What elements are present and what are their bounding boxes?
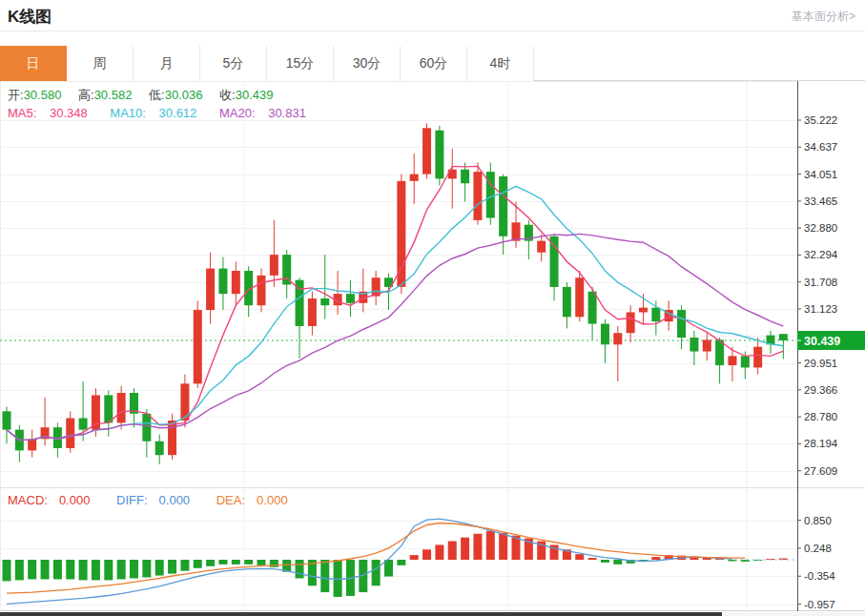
y-axis-tick-label: 33.465	[804, 195, 837, 207]
candle-body	[66, 419, 74, 448]
macd-bar	[410, 555, 419, 560]
macd-bar	[180, 560, 189, 571]
y-axis-tick-label: 31.123	[804, 303, 837, 315]
macd-bar	[218, 560, 227, 565]
tab-30min[interactable]: 30分	[334, 46, 401, 81]
macd-bar	[372, 560, 381, 585]
macd-bar	[257, 560, 266, 565]
macd-bar	[66, 560, 74, 579]
tab-month[interactable]: 月	[134, 46, 200, 81]
macd-bar	[232, 560, 240, 565]
candle-body	[728, 356, 736, 365]
macd-bar	[575, 554, 584, 560]
macd-bar	[168, 560, 176, 574]
y-axis-tick-label: 31.708	[804, 277, 837, 288]
y-axis-tick-label: -0.957	[804, 599, 835, 610]
macd-bar	[651, 557, 660, 560]
macd-bar	[588, 558, 597, 560]
candle-body	[499, 176, 507, 236]
candle-body	[601, 324, 609, 345]
candle-body	[461, 170, 469, 183]
macd-bar	[79, 560, 88, 580]
candle-body	[690, 338, 698, 351]
macd-bar	[92, 560, 100, 580]
kline-app: K线图 基本面分析> 日 周 月 5分 15分 30分 60分 4时 35.22…	[0, 0, 865, 616]
candle-body	[639, 308, 648, 313]
macd-bar	[194, 560, 202, 568]
candle-body	[346, 294, 355, 303]
current-price-badge-label: 30.439	[804, 335, 840, 348]
header: K线图 基本面分析>	[0, 0, 865, 31]
candle-body	[550, 236, 559, 287]
period-tabbar: 日 周 月 5分 15分 30分 60分 4时	[0, 46, 865, 81]
candle-body	[320, 298, 329, 305]
macd-bar	[130, 560, 138, 578]
y-axis-tick-label: 0.850	[804, 515, 832, 526]
candle-body	[155, 441, 164, 455]
candle-body	[677, 310, 686, 338]
macd-bar	[104, 560, 113, 580]
candle-body	[410, 175, 419, 181]
candle-body	[79, 419, 88, 430]
candle-body	[575, 277, 584, 317]
candle-body	[397, 181, 405, 287]
y-axis-tick-label: 34.051	[804, 169, 837, 180]
macd-bar	[142, 560, 151, 578]
candle-body	[257, 276, 266, 305]
macd-bar	[613, 560, 622, 565]
macd-bar	[422, 549, 431, 560]
macd-bar	[448, 542, 457, 560]
y-axis-tick-label: 35.222	[804, 114, 837, 126]
horizontal-scrollbar-thumb[interactable]	[0, 612, 722, 616]
candle-body	[473, 172, 482, 220]
candle-body	[741, 356, 750, 367]
page-title: K线图	[8, 6, 51, 28]
y-axis-tick-label: 32.294	[804, 249, 838, 260]
candle-body	[651, 308, 660, 321]
candle-body	[28, 439, 36, 450]
macd-bar	[244, 560, 253, 565]
macd-bar	[15, 560, 24, 580]
candle-body	[308, 298, 317, 326]
tab-day[interactable]: 日	[0, 46, 67, 81]
candle-body	[588, 292, 597, 324]
y-axis-tick-label: 32.880	[804, 222, 837, 234]
macd-bar	[461, 538, 469, 560]
y-axis-tick-label: 0.248	[804, 543, 832, 554]
fundamental-analysis-link[interactable]: 基本面分析>	[792, 9, 855, 25]
macd-bar	[117, 560, 126, 579]
y-axis-tick-label: 29.951	[804, 358, 837, 369]
tab-5min[interactable]: 5分	[200, 46, 267, 81]
macd-bar	[53, 560, 62, 579]
candle-body	[779, 334, 788, 340]
horizontal-scrollbar-track[interactable]	[0, 612, 865, 616]
candle-body	[168, 421, 176, 455]
candle-body	[194, 310, 202, 383]
tab-week[interactable]: 周	[67, 46, 134, 81]
tab-60min[interactable]: 60分	[401, 46, 467, 81]
macd-bar	[296, 560, 304, 578]
candle-body	[627, 312, 635, 333]
y-axis-tick-label: -0.354	[804, 570, 835, 582]
y-axis-tick-label: 27.609	[804, 465, 837, 477]
y-axis-tick-label: 28.194	[804, 438, 838, 449]
tab-15min[interactable]: 15分	[267, 46, 334, 81]
macd-bar	[473, 534, 482, 560]
y-axis-tick-label: 34.637	[804, 141, 837, 153]
macd-bar	[3, 560, 11, 581]
candle-body	[3, 411, 11, 429]
tab-4hour[interactable]: 4时	[467, 46, 534, 81]
main-chart-canvas[interactable]: 35.22234.63734.05133.46532.88032.29431.7…	[0, 81, 865, 487]
candle-body	[486, 172, 495, 217]
candle-body	[232, 271, 240, 294]
macd-bar	[155, 560, 164, 576]
y-axis-tick-label: 29.366	[804, 384, 837, 396]
macd-chart-canvas[interactable]: 0.8500.248-0.354-0.957	[0, 487, 865, 611]
candle-body	[435, 131, 443, 179]
macd-bar	[397, 560, 405, 565]
candle-body	[703, 339, 711, 351]
macd-bar	[270, 560, 278, 567]
candle-body	[117, 393, 126, 422]
macd-bar	[486, 531, 495, 560]
macd-bar	[384, 560, 393, 577]
